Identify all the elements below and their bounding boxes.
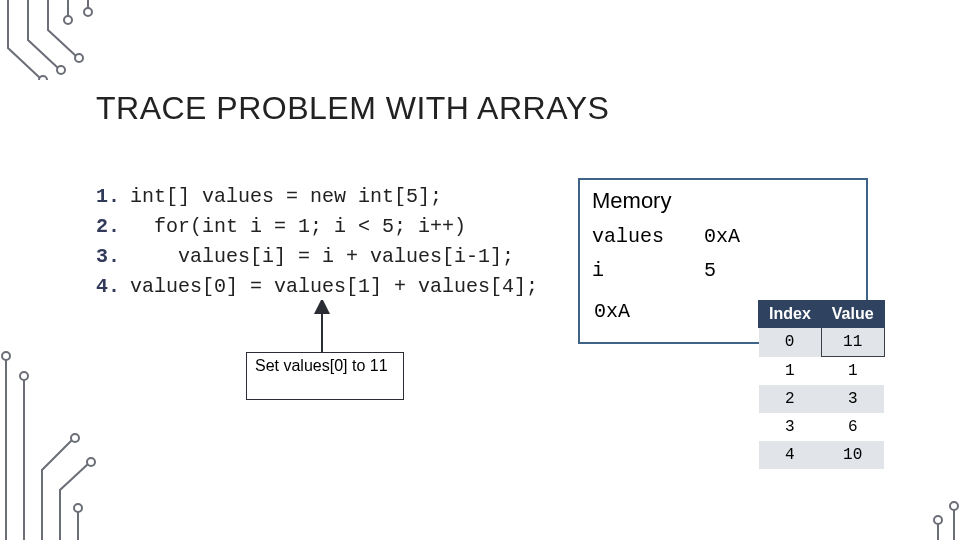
- cell-index: 2: [759, 385, 822, 413]
- svg-point-1: [57, 66, 65, 74]
- code-line-1: 1. int[] values = new int[5];: [96, 182, 576, 212]
- svg-point-11: [934, 516, 942, 524]
- code-text: for(int i = 1; i < 5; i++): [130, 212, 466, 242]
- slide-title: TRACE PROBLEM WITH ARRAYS: [96, 90, 609, 127]
- table-row: 1 1: [759, 357, 885, 386]
- table-header-index: Index: [759, 301, 822, 328]
- table-row: 0 11: [759, 328, 885, 357]
- line-number: 4.: [96, 272, 130, 302]
- table-row: 4 10: [759, 441, 885, 469]
- svg-point-7: [71, 434, 79, 442]
- svg-point-0: [39, 76, 47, 80]
- memory-key: i: [592, 254, 704, 288]
- memory-row: i 5: [592, 254, 854, 288]
- line-number: 3.: [96, 242, 130, 272]
- code-line-4: 4. values[0] = values[1] + values[4];: [96, 272, 576, 302]
- table-header-value: Value: [821, 301, 884, 328]
- callout-box: Set values[0] to 11: [246, 352, 404, 400]
- code-line-2: 2. for(int i = 1; i < 5; i++): [96, 212, 576, 242]
- cell-value: 10: [821, 441, 884, 469]
- cell-value: 1: [821, 357, 884, 386]
- cell-value: 11: [821, 328, 884, 357]
- svg-point-4: [84, 8, 92, 16]
- memory-title: Memory: [592, 188, 854, 214]
- code-text: values[0] = values[1] + values[4];: [130, 272, 538, 302]
- array-address-label: 0xA: [594, 300, 630, 323]
- svg-point-2: [75, 54, 83, 62]
- svg-point-10: [950, 502, 958, 510]
- svg-point-6: [20, 372, 28, 380]
- callout-arrow: [308, 300, 338, 356]
- code-text: int[] values = new int[5];: [130, 182, 442, 212]
- memory-value: 0xA: [704, 220, 764, 254]
- svg-point-5: [2, 352, 10, 360]
- cell-index: 3: [759, 413, 822, 441]
- index-value-table: Index Value 0 11 1 1 2 3 3 6 4 10: [758, 300, 885, 469]
- table-row: 3 6: [759, 413, 885, 441]
- memory-value: 5: [704, 254, 764, 288]
- code-line-3: 3. values[i] = i + values[i-1];: [96, 242, 576, 272]
- cell-value: 6: [821, 413, 884, 441]
- cell-value: 3: [821, 385, 884, 413]
- code-text: values[i] = i + values[i-1];: [130, 242, 514, 272]
- line-number: 2.: [96, 212, 130, 242]
- memory-row: values 0xA: [592, 220, 854, 254]
- cell-index: 0: [759, 328, 822, 357]
- cell-index: 1: [759, 357, 822, 386]
- code-block: 1. int[] values = new int[5]; 2. for(int…: [96, 182, 576, 302]
- svg-point-8: [87, 458, 95, 466]
- memory-key: values: [592, 220, 704, 254]
- table-row: 2 3: [759, 385, 885, 413]
- cell-index: 4: [759, 441, 822, 469]
- svg-point-3: [64, 16, 72, 24]
- line-number: 1.: [96, 182, 130, 212]
- svg-point-9: [74, 504, 82, 512]
